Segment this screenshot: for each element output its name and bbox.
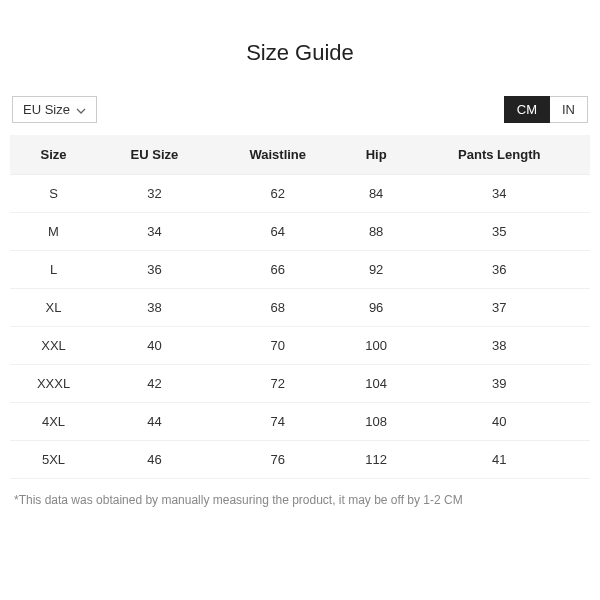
cell: 38 bbox=[97, 289, 212, 327]
unit-cm-button[interactable]: CM bbox=[504, 96, 550, 123]
cell: 5XL bbox=[10, 441, 97, 479]
cell: 108 bbox=[344, 403, 409, 441]
unit-in-button[interactable]: IN bbox=[550, 96, 588, 123]
cell: 62 bbox=[212, 175, 344, 213]
cell: 68 bbox=[212, 289, 344, 327]
chevron-down-icon bbox=[76, 102, 86, 117]
table-row: XXL 40 70 100 38 bbox=[10, 327, 590, 365]
cell: 64 bbox=[212, 213, 344, 251]
table-row: 4XL 44 74 108 40 bbox=[10, 403, 590, 441]
cell: XL bbox=[10, 289, 97, 327]
cell: S bbox=[10, 175, 97, 213]
cell: M bbox=[10, 213, 97, 251]
cell: 40 bbox=[97, 327, 212, 365]
cell: 36 bbox=[409, 251, 590, 289]
cell: 104 bbox=[344, 365, 409, 403]
col-eu-size: EU Size bbox=[97, 135, 212, 175]
page-title: Size Guide bbox=[10, 40, 590, 66]
table-row: L 36 66 92 36 bbox=[10, 251, 590, 289]
cell: 72 bbox=[212, 365, 344, 403]
cell: 88 bbox=[344, 213, 409, 251]
table-row: XL 38 68 96 37 bbox=[10, 289, 590, 327]
cell: 35 bbox=[409, 213, 590, 251]
cell: XXXL bbox=[10, 365, 97, 403]
size-guide-panel: Size Guide EU Size CM IN Size EU Size Wa… bbox=[0, 0, 600, 507]
cell: 44 bbox=[97, 403, 212, 441]
cell: 100 bbox=[344, 327, 409, 365]
col-hip: Hip bbox=[344, 135, 409, 175]
cell: L bbox=[10, 251, 97, 289]
cell: 39 bbox=[409, 365, 590, 403]
region-size-dropdown[interactable]: EU Size bbox=[12, 96, 97, 123]
col-size: Size bbox=[10, 135, 97, 175]
controls-row: EU Size CM IN bbox=[10, 96, 590, 123]
measurement-footnote: *This data was obtained by manually meas… bbox=[10, 493, 590, 507]
cell: 38 bbox=[409, 327, 590, 365]
unit-toggle: CM IN bbox=[504, 96, 588, 123]
cell: 84 bbox=[344, 175, 409, 213]
cell: 92 bbox=[344, 251, 409, 289]
region-size-label: EU Size bbox=[23, 102, 70, 117]
cell: 32 bbox=[97, 175, 212, 213]
cell: 4XL bbox=[10, 403, 97, 441]
cell: 76 bbox=[212, 441, 344, 479]
cell: XXL bbox=[10, 327, 97, 365]
cell: 46 bbox=[97, 441, 212, 479]
col-pants-length: Pants Length bbox=[409, 135, 590, 175]
cell: 34 bbox=[409, 175, 590, 213]
cell: 70 bbox=[212, 327, 344, 365]
cell: 66 bbox=[212, 251, 344, 289]
cell: 37 bbox=[409, 289, 590, 327]
cell: 74 bbox=[212, 403, 344, 441]
table-row: M 34 64 88 35 bbox=[10, 213, 590, 251]
table-row: S 32 62 84 34 bbox=[10, 175, 590, 213]
table-row: XXXL 42 72 104 39 bbox=[10, 365, 590, 403]
col-waistline: Waistline bbox=[212, 135, 344, 175]
cell: 112 bbox=[344, 441, 409, 479]
table-row: 5XL 46 76 112 41 bbox=[10, 441, 590, 479]
size-table: Size EU Size Waistline Hip Pants Length … bbox=[10, 135, 590, 479]
table-header-row: Size EU Size Waistline Hip Pants Length bbox=[10, 135, 590, 175]
cell: 36 bbox=[97, 251, 212, 289]
table-body: S 32 62 84 34 M 34 64 88 35 L 36 66 92 3… bbox=[10, 175, 590, 479]
cell: 96 bbox=[344, 289, 409, 327]
cell: 42 bbox=[97, 365, 212, 403]
cell: 34 bbox=[97, 213, 212, 251]
cell: 41 bbox=[409, 441, 590, 479]
cell: 40 bbox=[409, 403, 590, 441]
